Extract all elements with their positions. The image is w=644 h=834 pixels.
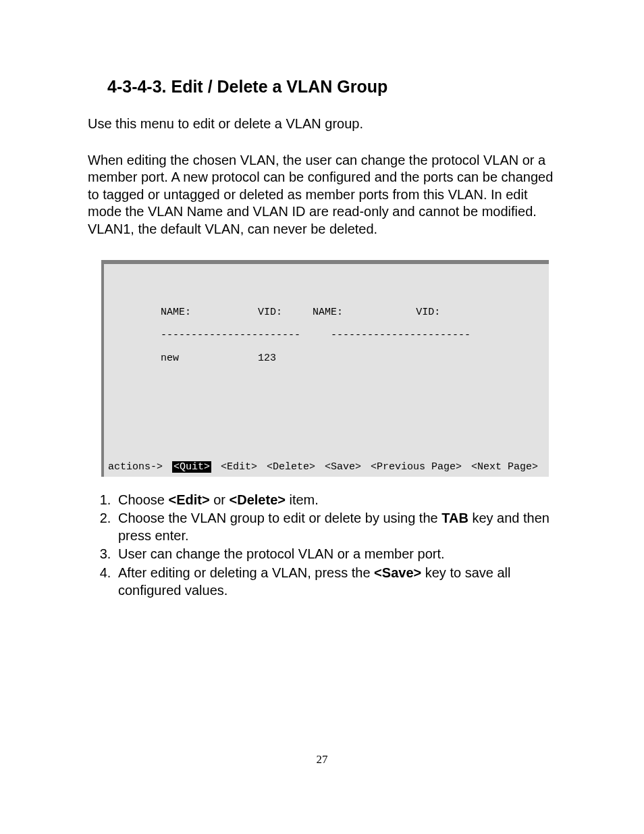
col-right-vid-header: VID:: [416, 307, 440, 318]
step-1-edit: <Edit>: [169, 492, 210, 507]
col-right-name-header: NAME:: [313, 307, 343, 318]
step-3: User can change the protocol VLAN or a m…: [115, 546, 556, 563]
dashes-left: -----------------------: [161, 330, 300, 341]
action-save[interactable]: <Save>: [325, 461, 361, 473]
action-previous-page[interactable]: <Previous Page>: [371, 461, 462, 473]
action-next-page[interactable]: <Next Page>: [471, 461, 538, 473]
section-heading: 4-3-4-3. Edit / Delete a VLAN Group: [107, 77, 556, 97]
row0-name: new: [161, 353, 179, 364]
terminal-screenshot: NAME: VID: NAME: VID: ------------------…: [88, 260, 556, 477]
actions-label: actions->: [108, 461, 163, 473]
body-paragraph: When editing the chosen VLAN, the user c…: [88, 152, 556, 238]
step-1-text-c: or: [210, 492, 230, 507]
document-page: 4-3-4-3. Edit / Delete a VLAN Group Use …: [0, 0, 644, 834]
terminal-body: NAME: VID: NAME: VID: ------------------…: [104, 264, 549, 456]
col-left-vid-header: VID:: [258, 307, 282, 318]
step-2-text-a: Choose the VLAN group to edit or delete …: [118, 511, 441, 525]
row0-vid: 123: [258, 353, 276, 364]
step-1-delete: <Delete>: [230, 492, 286, 507]
action-edit[interactable]: <Edit>: [221, 461, 257, 473]
step-2: Choose the VLAN group to edit or delete …: [115, 510, 556, 544]
step-1: Choose <Edit> or <Delete> item.: [115, 492, 556, 509]
action-delete[interactable]: <Delete>: [267, 461, 315, 473]
step-1-text-a: Choose: [118, 492, 169, 507]
action-quit[interactable]: <Quit>: [172, 461, 211, 473]
terminal-window: NAME: VID: NAME: VID: ------------------…: [101, 260, 549, 477]
step-4: After editing or deleting a VLAN, press …: [115, 565, 556, 599]
step-1-text-e: item.: [286, 492, 319, 507]
dashes-right: -----------------------: [331, 330, 471, 341]
page-number: 27: [0, 753, 644, 766]
terminal-actions-bar: actions-> <Quit> <Edit> <Delete> <Save> …: [104, 456, 549, 477]
intro-paragraph: Use this menu to edit or delete a VLAN g…: [88, 115, 556, 133]
step-4-text-a: After editing or deleting a VLAN, press …: [118, 565, 374, 580]
step-4-save: <Save>: [374, 565, 421, 580]
instruction-list: Choose <Edit> or <Delete> item. Choose t…: [88, 492, 556, 600]
col-left-name-header: NAME:: [161, 307, 191, 318]
step-2-tab: TAB: [441, 511, 468, 525]
